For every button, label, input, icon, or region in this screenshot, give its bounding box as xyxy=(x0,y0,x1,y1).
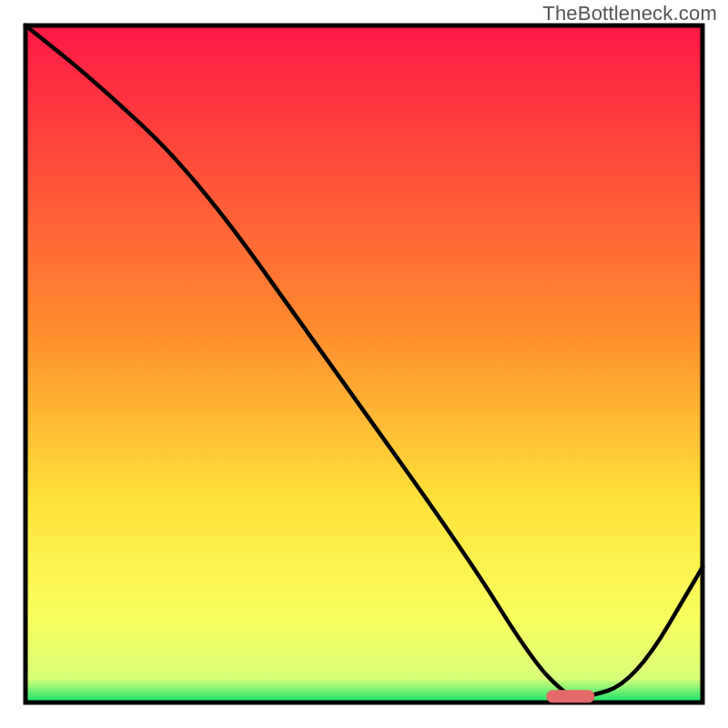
watermark-text: TheBottleneck.com xyxy=(542,2,717,25)
gradient-background xyxy=(25,25,703,703)
minimum-marker xyxy=(547,691,594,703)
chart-svg xyxy=(0,0,728,728)
plot-area xyxy=(25,25,703,703)
chart-frame: TheBottleneck.com xyxy=(0,0,728,728)
